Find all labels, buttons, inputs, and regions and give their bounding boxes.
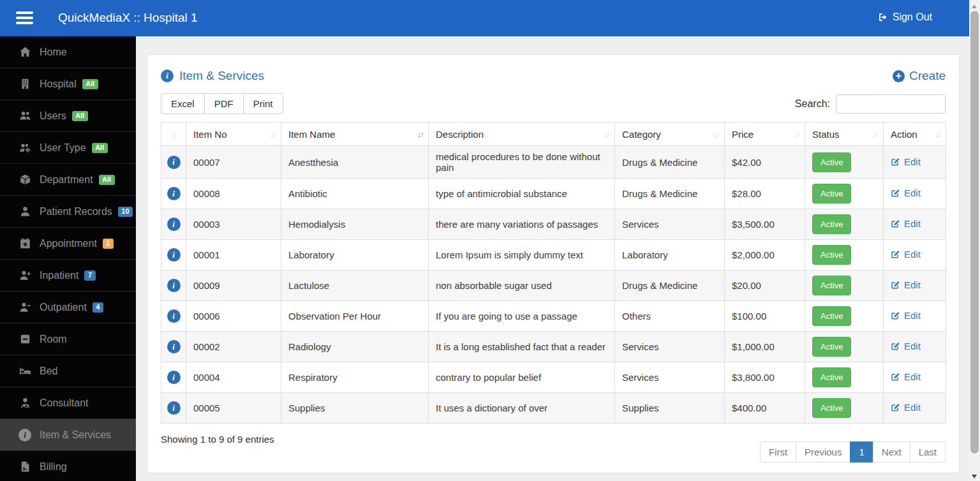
sign-out-button[interactable]: Sign Out [878, 11, 932, 23]
excel-export-button[interactable]: Excel [161, 93, 205, 114]
table-row: i00009Lactulosenon absorbable sugar used… [161, 270, 946, 301]
column-header-price[interactable]: Price↓↑ [725, 122, 805, 146]
info-circle-icon: i [19, 429, 31, 441]
row-info-button[interactable]: i [167, 340, 181, 353]
column-header-status[interactable]: Status↓↑ [805, 122, 884, 146]
cell-status: Active [805, 270, 884, 301]
edit-button[interactable]: Edit [891, 218, 921, 229]
menu-toggle-icon[interactable] [16, 11, 33, 27]
column-header-description[interactable]: Description↓↑ [429, 122, 615, 146]
column-header-category[interactable]: Category↓↑ [615, 122, 725, 146]
status-button[interactable]: Active [812, 245, 851, 265]
sidebar-item-consultant[interactable]: Consultant [0, 387, 136, 419]
vertical-scrollbar[interactable] [969, 0, 980, 481]
cell-price: $28.00 [725, 179, 805, 209]
cell-description: there are many variations of passages [429, 209, 615, 240]
cell-category: Drugs & Medicine [615, 270, 725, 301]
status-button[interactable]: Active [812, 184, 851, 204]
sidebar-item-patient-records[interactable]: Patient Records10 [0, 196, 136, 228]
edit-button[interactable]: Edit [891, 310, 921, 321]
column-header-item-name[interactable]: Item Name↓↑ [281, 122, 429, 146]
row-info-button[interactable]: i [167, 218, 181, 231]
column-header-details[interactable]: ↓↑ [161, 122, 186, 146]
sidebar-item-hospital[interactable]: HospitalAll [0, 68, 136, 100]
status-button[interactable]: Active [812, 214, 851, 234]
cell-details: i [161, 393, 186, 424]
search-input[interactable] [836, 94, 946, 114]
sidebar-item-item-services[interactable]: iItem & Services [0, 419, 136, 451]
print-export-button[interactable]: Print [243, 93, 283, 114]
sidebar-item-bed[interactable]: Bed [0, 355, 136, 387]
pagination-last[interactable]: Last [910, 441, 946, 463]
row-info-button[interactable]: i [167, 187, 181, 200]
status-button[interactable]: Active [812, 398, 851, 418]
pagination-first[interactable]: First [760, 441, 796, 463]
table-row: i00001LaboratoryLorem Ipsum is simply du… [161, 240, 946, 270]
status-button[interactable]: Active [812, 152, 851, 172]
sidebar-item-label: Department [40, 174, 93, 186]
pagination-previous[interactable]: Previous [796, 441, 850, 463]
edit-button[interactable]: Edit [891, 341, 921, 352]
scroll-up-arrow-icon[interactable] [972, 4, 977, 8]
edit-button[interactable]: Edit [891, 156, 921, 167]
sort-icon: ↓↑ [872, 130, 878, 139]
row-info-button[interactable]: i [167, 309, 181, 323]
sort-icon: ↓↑ [794, 130, 799, 139]
column-header-action[interactable]: Action↓↑ [884, 122, 946, 146]
info-circle-icon: i [161, 70, 174, 82]
cell-item-no: 00008 [186, 179, 281, 209]
row-info-button[interactable]: i [167, 279, 181, 292]
sidebar-item-label: Inpatient [40, 270, 78, 281]
cell-details: i [161, 332, 186, 362]
edit-button[interactable]: Edit [891, 402, 921, 413]
count-badge: 4 [93, 302, 103, 313]
cell-action: Edit [884, 393, 946, 424]
cell-status: Active [805, 332, 884, 362]
create-button[interactable]: + Create [893, 69, 946, 83]
cell-action: Edit [884, 179, 946, 209]
cell-status: Active [805, 301, 884, 332]
status-button[interactable]: Active [812, 367, 851, 387]
edit-icon [891, 280, 900, 290]
sidebar-item-inpatient[interactable]: Inpatient7 [0, 260, 136, 292]
edit-button[interactable]: Edit [891, 371, 921, 382]
cell-description: If you are going to use a passage [429, 301, 615, 332]
cell-price: $3,500.00 [725, 209, 805, 240]
sidebar-item-room[interactable]: Room [0, 323, 136, 355]
edit-icon [891, 188, 900, 198]
row-info-button[interactable]: i [167, 156, 181, 169]
sidebar-item-user-type[interactable]: User TypeAll [0, 132, 136, 164]
status-button[interactable]: Active [812, 276, 851, 295]
sidebar-item-outpatient[interactable]: Outpatient4 [0, 292, 136, 323]
cell-item-name: Laboratory [281, 240, 429, 270]
status-button[interactable]: Active [812, 306, 851, 326]
status-button[interactable]: Active [812, 337, 851, 357]
edit-button[interactable]: Edit [891, 188, 921, 198]
cell-price: $400.00 [725, 393, 805, 424]
edit-button[interactable]: Edit [891, 249, 921, 260]
sidebar-item-appointment[interactable]: Appointment1 [0, 228, 136, 260]
plus-circle-icon: + [893, 70, 905, 82]
scrollbar-thumb[interactable] [970, 11, 979, 454]
pagination-next[interactable]: Next [873, 441, 910, 463]
pdf-export-button[interactable]: PDF [204, 93, 244, 114]
sidebar-item-home[interactable]: Home [0, 36, 136, 68]
column-header-item-no[interactable]: Item No↓↑ [186, 122, 281, 146]
row-info-button[interactable]: i [167, 248, 181, 262]
count-badge: 7 [84, 270, 95, 281]
cell-status: Active [805, 146, 884, 179]
sidebar-item-label: Item & Services [40, 429, 111, 441]
scroll-down-arrow-icon[interactable] [972, 475, 977, 478]
sidebar-item-billing[interactable]: Billing [0, 451, 136, 481]
sidebar-item-users[interactable]: UsersAll [0, 100, 136, 132]
cell-category: Drugs & Medicine [615, 179, 725, 209]
sidebar-item-department[interactable]: DepartmentAll [0, 164, 136, 196]
cell-description: It is a long established fact that a rea… [429, 332, 615, 362]
row-info-button[interactable]: i [167, 401, 181, 415]
cell-description: contrary to popular belief [429, 362, 615, 393]
sidebar-item-label: Consultant [40, 397, 89, 409]
edit-button[interactable]: Edit [891, 279, 921, 290]
pagination-1[interactable]: 1 [850, 441, 873, 463]
row-info-button[interactable]: i [167, 371, 181, 384]
table-row: i00004Respiratorycontrary to popular bel… [161, 362, 946, 393]
